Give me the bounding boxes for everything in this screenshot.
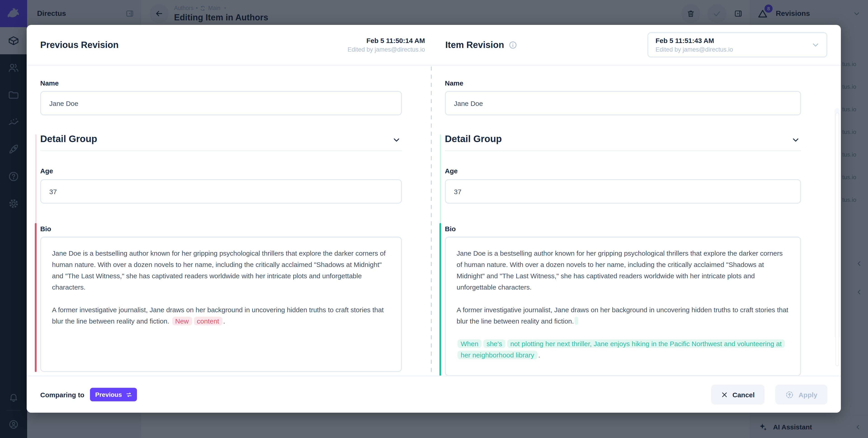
bio-textarea[interactable]: Jane Doe is a bestselling author known f… <box>445 237 801 376</box>
chevron-down-icon[interactable] <box>791 135 800 144</box>
bio-removed-accent <box>35 223 37 372</box>
age-label: Age <box>40 167 53 175</box>
name-value: Jane Doe <box>49 99 78 107</box>
previous-revision-edited-by: Edited by james@directus.io <box>347 46 425 53</box>
revision-select-timestamp: Feb 5 11:51:43 AM <box>655 37 811 45</box>
item-revision-header: Item Revision Feb 5 11:51:43 AM Edited b… <box>431 25 841 65</box>
item-revision-title: Item Revision <box>445 39 504 50</box>
removed-suffix: . <box>223 317 225 325</box>
group-rule <box>445 150 801 151</box>
bio-added-accent <box>439 223 441 376</box>
apply-label: Apply <box>799 391 817 399</box>
added-space-mark <box>575 317 579 325</box>
age-input[interactable]: 37 <box>445 179 801 204</box>
modal-scrollbar-thumb[interactable] <box>835 113 839 366</box>
chevron-down-icon[interactable] <box>392 135 401 144</box>
previous-revision-header: Previous Revision Feb 5 11:50:14 AM Edit… <box>27 25 431 65</box>
cancel-label: Cancel <box>733 391 754 399</box>
screen: Directus Authors • Main Editing Item in … <box>0 0 868 438</box>
added-segment: not plotting her next thriller, Jane enj… <box>458 339 785 359</box>
bio-paragraph-2-text: A former investigative journalist, Jane … <box>457 306 788 325</box>
apply-upload-icon <box>785 390 794 399</box>
info-icon <box>508 40 517 49</box>
added-word: she's <box>483 339 505 348</box>
modal-footer: Comparing to Previous Cancel Apply <box>27 376 841 413</box>
name-label: Name <box>40 79 59 87</box>
detail-group-title: Detail Group <box>40 134 97 144</box>
item-revision-pane: Name Jane Doe Detail Group Age 37 Bio Ja… <box>432 66 841 376</box>
bio-paragraph-1: Jane Doe is a bestselling author known f… <box>52 247 390 293</box>
compare-target-label: Previous <box>95 391 122 398</box>
bio-label: Bio <box>445 225 456 233</box>
chevron-down-icon <box>811 40 820 49</box>
group-rule <box>40 150 402 151</box>
revision-select[interactable]: Feb 5 11:51:43 AM Edited by james@direct… <box>647 32 827 57</box>
cancel-button[interactable]: Cancel <box>711 385 765 405</box>
modal-header: Previous Revision Feb 5 11:50:14 AM Edit… <box>27 25 841 66</box>
age-input[interactable]: 37 <box>40 179 402 204</box>
removed-word: content <box>194 317 222 325</box>
bio-paragraph-3: Whenshe'snot plotting her next thriller,… <box>457 338 789 361</box>
bio-paragraph-1: Jane Doe is a bestselling author known f… <box>457 247 789 293</box>
bio-paragraph-2: A former investigative journalist, Jane … <box>52 304 390 327</box>
swap-arrows-icon <box>125 391 132 398</box>
previous-revision-title: Previous Revision <box>40 39 119 50</box>
revision-compare-modal: Previous Revision Feb 5 11:50:14 AM Edit… <box>27 25 841 413</box>
added-suffix: . <box>538 351 540 359</box>
age-value: 37 <box>454 187 461 195</box>
name-input[interactable]: Jane Doe <box>40 91 402 115</box>
name-label: Name <box>445 79 463 87</box>
removed-word: New <box>172 317 192 325</box>
age-value: 37 <box>49 187 57 195</box>
compare-target-button[interactable]: Previous <box>90 388 137 401</box>
apply-button[interactable]: Apply <box>776 385 827 405</box>
name-value: Jane Doe <box>454 99 483 107</box>
revision-select-edited-by: Edited by james@directus.io <box>655 46 811 53</box>
comparing-to-label: Comparing to <box>40 391 84 399</box>
bio-paragraph-2: A former investigative journalist, Jane … <box>457 304 789 327</box>
bio-textarea[interactable]: Jane Doe is a bestselling author known f… <box>40 237 402 372</box>
added-word: When <box>458 339 482 348</box>
detail-group-title: Detail Group <box>445 134 502 144</box>
revision-select-value: Feb 5 11:51:43 AM Edited by james@direct… <box>655 37 811 53</box>
close-x-icon <box>721 391 728 398</box>
previous-revision-pane: Name Jane Doe Detail Group Age 37 Bio Ja… <box>27 66 431 376</box>
modal-content: Name Jane Doe Detail Group Age 37 Bio Ja… <box>27 66 841 376</box>
previous-revision-meta: Feb 5 11:50:14 AM Edited by james@direct… <box>347 37 425 53</box>
previous-revision-timestamp: Feb 5 11:50:14 AM <box>347 37 425 45</box>
age-label: Age <box>445 167 458 175</box>
name-input[interactable]: Jane Doe <box>445 91 801 115</box>
bio-label: Bio <box>40 225 51 233</box>
modal-scrollbar-track[interactable] <box>835 108 840 339</box>
